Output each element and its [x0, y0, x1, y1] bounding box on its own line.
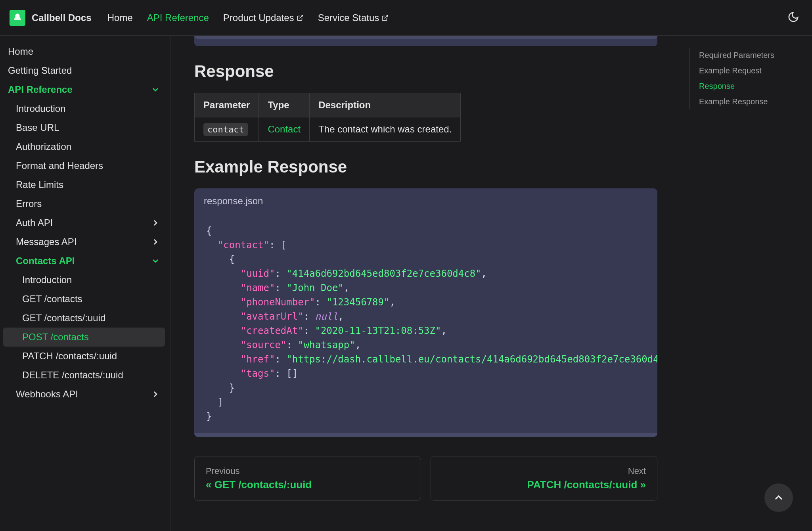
sidebar-item-patch-contacts[interactable]: PATCH /contacts/:uuid	[0, 347, 168, 366]
sidebar-item-getting-started[interactable]: Getting Started	[0, 61, 168, 80]
th-description: Description	[310, 93, 461, 117]
response-table: Parameter Type Description contact Conta…	[194, 93, 461, 142]
sidebar-item-authorization[interactable]: Authorization	[0, 137, 168, 156]
sidebar-item-label: Auth API	[16, 217, 53, 228]
external-link-icon	[297, 14, 304, 21]
chevron-right-icon	[151, 389, 160, 399]
chevron-right-icon	[151, 218, 160, 228]
pager-title: « GET /contacts/:uuid	[206, 479, 410, 491]
chevron-down-icon	[151, 85, 160, 94]
sidebar-item-delete-contacts[interactable]: DELETE /contacts/:uuid	[0, 366, 168, 385]
code-block-response: response.json { "contact": [ { "uuid": "…	[194, 188, 657, 437]
nav-label: Service Status	[318, 12, 379, 23]
dark-mode-toggle[interactable]	[787, 11, 799, 25]
sidebar-item-post-contacts[interactable]: POST /contacts	[3, 328, 165, 347]
pager-title: PATCH /contacts/:uuid »	[442, 479, 646, 491]
sidebar-item-messages-api[interactable]: Messages API	[0, 232, 168, 251]
pager-prev[interactable]: Previous « GET /contacts/:uuid	[194, 456, 421, 501]
th-type: Type	[259, 93, 310, 117]
sidebar-item-base-url[interactable]: Base URL	[0, 118, 168, 137]
toc-item-required-parameters[interactable]: Required Parameters	[699, 48, 804, 63]
pager-next[interactable]: Next PATCH /contacts/:uuid »	[431, 456, 657, 501]
sidebar-item-contacts-intro[interactable]: Introduction	[0, 270, 168, 289]
svg-line-0	[299, 15, 303, 18]
code-filename: response.json	[194, 188, 657, 214]
sidebar-item-introduction[interactable]: Introduction	[0, 99, 168, 118]
sidebar-item-label: Contacts API	[16, 255, 75, 266]
chevron-up-icon	[772, 491, 785, 504]
main-content: Response Parameter Type Description cont…	[170, 36, 681, 531]
type-link-contact[interactable]: Contact	[268, 124, 301, 134]
sidebar: Home Getting Started API Reference Intro…	[0, 36, 170, 531]
table-of-contents: Required Parameters Example Request Resp…	[681, 36, 812, 531]
th-parameter: Parameter	[195, 93, 259, 117]
external-link-icon	[381, 14, 389, 21]
heading-response: Response	[194, 62, 657, 81]
scroll-to-top-button[interactable]	[764, 483, 793, 512]
nav-service-status[interactable]: Service Status	[318, 12, 389, 23]
sidebar-item-home[interactable]: Home	[0, 42, 168, 61]
table-row: contact Contact The contact which was cr…	[195, 117, 461, 142]
nav-links: Home API Reference Product Updates Servi…	[107, 12, 389, 23]
logo[interactable]	[10, 10, 25, 26]
code-body: { "contact": [ { "uuid": "414a6d692bd645…	[194, 214, 657, 433]
bell-icon	[12, 13, 23, 23]
nav-api-reference[interactable]: API Reference	[147, 12, 209, 23]
nav-home[interactable]: Home	[107, 12, 133, 23]
svg-line-1	[385, 15, 388, 18]
sidebar-item-rate-limits[interactable]: Rate Limits	[0, 175, 168, 194]
heading-example-response: Example Response	[194, 157, 657, 176]
param-description: The contact which was created.	[310, 117, 461, 142]
param-name: contact	[203, 123, 248, 136]
toc-item-response[interactable]: Response	[699, 79, 804, 94]
nav-product-updates[interactable]: Product Updates	[223, 12, 304, 23]
chevron-right-icon	[151, 237, 160, 247]
brand-title: Callbell Docs	[32, 12, 92, 23]
toc-item-example-response[interactable]: Example Response	[699, 94, 804, 109]
sidebar-item-webhooks-api[interactable]: Webhooks API	[0, 385, 168, 404]
chevron-down-icon	[151, 256, 160, 266]
pager-meta: Previous	[206, 466, 410, 476]
sidebar-item-label: Webhooks API	[16, 389, 78, 400]
nav-label: Product Updates	[223, 12, 294, 23]
sidebar-item-auth-api[interactable]: Auth API	[0, 213, 168, 232]
sidebar-item-contacts-api[interactable]: Contacts API	[0, 251, 168, 270]
sidebar-item-label: API Reference	[8, 84, 73, 95]
sidebar-item-errors[interactable]: Errors	[0, 194, 168, 213]
toc-item-example-request[interactable]: Example Request	[699, 63, 804, 79]
previous-code-block-tail	[194, 36, 657, 46]
sidebar-item-api-reference[interactable]: API Reference	[0, 80, 168, 99]
sidebar-item-get-contact-uuid[interactable]: GET /contacts/:uuid	[0, 309, 168, 328]
topbar: Callbell Docs Home API Reference Product…	[0, 0, 812, 36]
pager-meta: Next	[442, 466, 646, 476]
pager: Previous « GET /contacts/:uuid Next PATC…	[194, 456, 657, 501]
sidebar-item-format[interactable]: Format and Headers	[0, 156, 168, 175]
moon-icon	[787, 11, 799, 23]
sidebar-item-get-contacts[interactable]: GET /contacts	[0, 289, 168, 309]
sidebar-item-label: Messages API	[16, 236, 77, 247]
